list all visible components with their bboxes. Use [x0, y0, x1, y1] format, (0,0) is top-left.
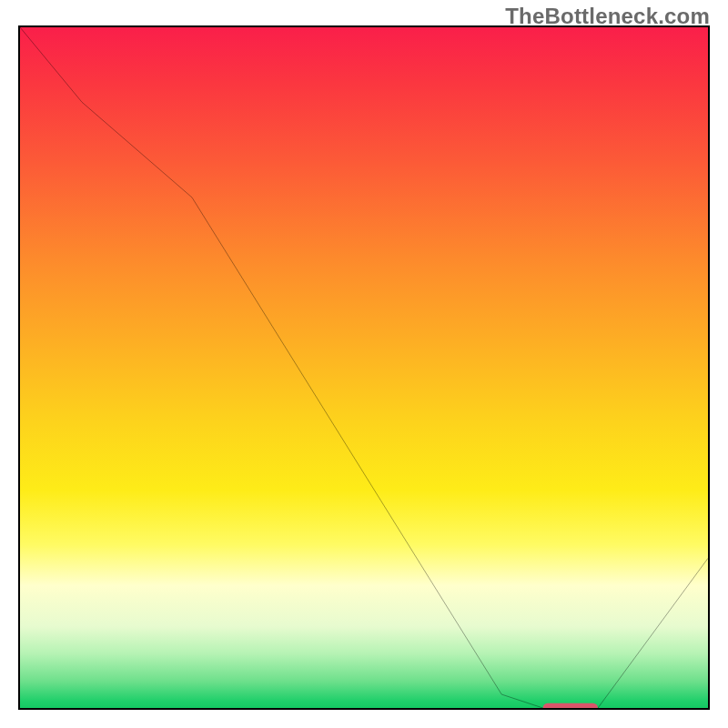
bottleneck-curve [20, 27, 708, 708]
plot-area [18, 25, 710, 710]
chart-overlay [20, 27, 708, 708]
optimal-zone-marker [543, 703, 598, 710]
bottleneck-chart: TheBottleneck.com [0, 0, 728, 728]
